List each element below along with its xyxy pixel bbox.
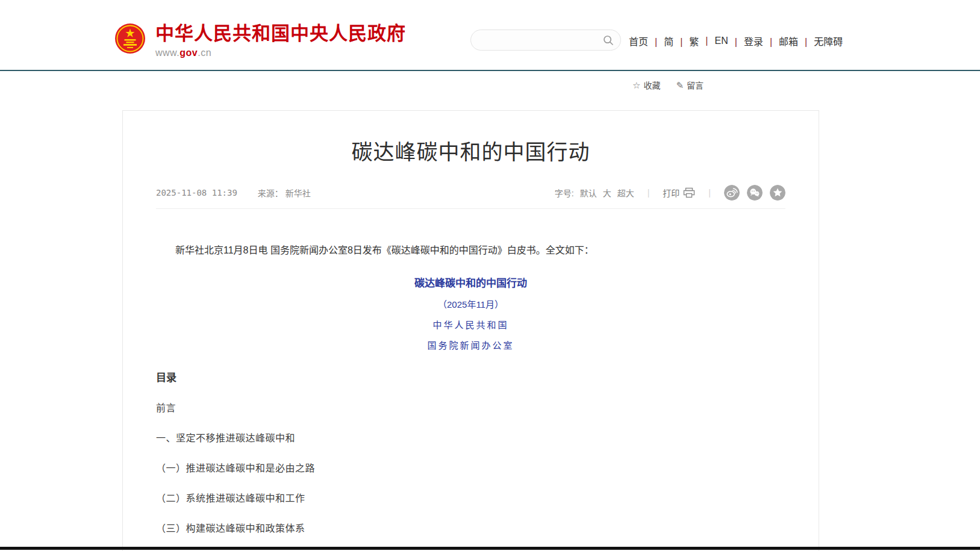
- lead-paragraph: 新华社北京11月8日电 国务院新闻办公室8日发布《碳达峰碳中和的中国行动》白皮书…: [156, 243, 785, 258]
- top-nav-link[interactable]: 首页: [629, 34, 648, 48]
- share-icons: [724, 185, 785, 201]
- toc-item: 前言: [156, 400, 785, 414]
- article-title: 碳达峰碳中和的中国行动: [156, 135, 785, 166]
- source-value[interactable]: 新华社: [286, 187, 311, 199]
- document-author-line-1: 中华人民共和国: [156, 318, 785, 331]
- national-emblem-logo: [114, 23, 146, 54]
- document-author-line-2: 国务院新闻办公室: [156, 338, 785, 351]
- site-url-highlight: gov: [179, 48, 198, 58]
- site-header: 中华人民共和国中央人民政府 www.gov.cn 首页简繁EN登录邮箱无障碍: [0, 0, 980, 71]
- tools-row: ☆ 收藏 ✎ 留言: [632, 79, 704, 91]
- font-size-label: 字号:: [555, 187, 574, 199]
- top-nav-link[interactable]: 简: [648, 34, 673, 48]
- document-date: （2025年11月）: [156, 297, 785, 310]
- print-button[interactable]: 打印: [663, 187, 695, 199]
- site-brand[interactable]: 中华人民共和国中央人民政府 www.gov.cn: [114, 23, 406, 58]
- site-url: www.gov.cn: [155, 48, 406, 58]
- publish-date: 2025-11-08 11:39: [156, 188, 237, 198]
- toc-item: （二）系统推进碳达峰碳中和工作: [156, 490, 785, 505]
- divider: [695, 188, 724, 198]
- font-size-options: 默认大超大: [580, 187, 634, 199]
- comment-button[interactable]: ✎ 留言: [676, 79, 704, 91]
- toc-item: （一）推进碳达峰碳中和是必由之路: [156, 460, 785, 475]
- bottom-window-edge: [0, 547, 980, 550]
- star-outline-icon: ☆: [632, 81, 640, 90]
- brand-text: 中华人民共和国中央人民政府 www.gov.cn: [155, 23, 406, 58]
- top-nav: 首页简繁EN登录邮箱无障碍: [629, 34, 843, 48]
- search-input[interactable]: [481, 36, 602, 45]
- favorite-label: 收藏: [643, 79, 660, 91]
- search-icon[interactable]: [602, 34, 614, 46]
- top-nav-link[interactable]: 繁: [673, 34, 699, 48]
- article-card: 碳达峰碳中和的中国行动 2025-11-08 11:39 来源： 新华社 字号:…: [122, 110, 819, 551]
- weibo-share-icon[interactable]: [724, 185, 740, 201]
- divider: [634, 188, 663, 198]
- site-url-prefix: www.: [155, 48, 179, 58]
- top-nav-link[interactable]: 邮箱: [763, 34, 798, 48]
- page: 中华人民共和国中央人民政府 www.gov.cn 首页简繁EN登录邮箱无障碍 ☆…: [0, 0, 980, 551]
- meta-left: 2025-11-08 11:39 来源： 新华社: [156, 187, 311, 199]
- top-nav-link[interactable]: EN: [699, 36, 728, 46]
- document-title: 碳达峰碳中和的中国行动: [156, 275, 785, 290]
- toc-list: 前言一、坚定不移推进碳达峰碳中和（一）推进碳达峰碳中和是必由之路（二）系统推进碳…: [156, 400, 785, 551]
- document-heading-block: 碳达峰碳中和的中国行动 （2025年11月） 中华人民共和国 国务院新闻办公室: [156, 275, 785, 351]
- font-size-option[interactable]: 大: [603, 187, 611, 199]
- comment-label: 留言: [687, 79, 704, 91]
- source-label: 来源：: [258, 187, 283, 199]
- top-nav-link[interactable]: 无障碍: [798, 34, 843, 48]
- search-box: [470, 30, 621, 51]
- font-size-option[interactable]: 默认: [580, 187, 597, 199]
- favorite-button[interactable]: ☆ 收藏: [632, 79, 660, 91]
- pencil-icon: ✎: [676, 81, 684, 90]
- more-share-star-icon[interactable]: [770, 185, 785, 201]
- site-title: 中华人民共和国中央人民政府: [155, 23, 406, 45]
- print-label: 打印: [663, 187, 679, 199]
- font-size-option[interactable]: 超大: [617, 187, 634, 199]
- article-meta-row: 2025-11-08 11:39 来源： 新华社 字号: 默认大超大 打印: [156, 185, 785, 201]
- meta-divider: [156, 208, 785, 209]
- top-nav-link[interactable]: 登录: [728, 34, 763, 48]
- wechat-share-icon[interactable]: [747, 185, 763, 201]
- meta-right: 字号: 默认大超大 打印: [555, 185, 785, 201]
- toc-item: 一、坚定不移推进碳达峰碳中和: [156, 430, 785, 444]
- printer-icon: [683, 187, 695, 198]
- site-url-suffix: .cn: [198, 48, 211, 58]
- toc-heading: 目录: [156, 369, 785, 384]
- toc-item: （三）构建碳达峰碳中和政策体系: [156, 520, 785, 535]
